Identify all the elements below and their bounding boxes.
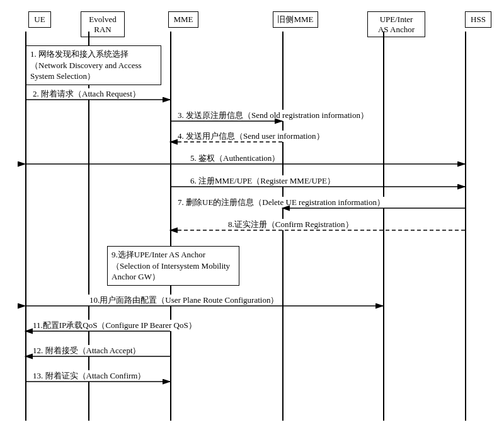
sequence-diagram: UE Evolved RAN MME 旧侧MME UPE/Inter AS An…	[0, 0, 504, 427]
lifeline-mme	[170, 32, 171, 421]
step-12-label: 12. 附着接受（Attach Accept）	[32, 345, 142, 356]
lifeline-hss	[465, 32, 466, 421]
step-4-label: 4. 发送用户信息（Send user information）	[176, 131, 326, 142]
lifeline-ue	[25, 32, 26, 421]
actor-row: UE Evolved RAN MME 旧侧MME UPE/Inter AS An…	[13, 6, 491, 38]
step-5-label: 5. 鉴权（Authentication）	[189, 153, 281, 164]
step-3-label: 3. 发送原注册信息（Send old registration informa…	[176, 110, 370, 121]
lifeline-upe	[383, 32, 384, 421]
step-11-label: 11.配置IP承载QoS（Configure IP Bearer QoS）	[32, 320, 198, 331]
step-2-label: 2. 附着请求（Attach Request）	[32, 88, 142, 100]
step-6-label: 6. 注册MME/UPE（Register MME/UPE）	[189, 175, 336, 187]
actor-upe: UPE/Inter AS Anchor	[367, 11, 425, 37]
step-13-label: 13. 附着证实（Attach Confirm）	[32, 370, 147, 382]
actor-ue: UE	[28, 11, 51, 28]
step-9-box: 9.选择UPE/Inter AS Anchor （Selection of In…	[107, 246, 239, 286]
step-10-label: 10.用户面路由配置（User Plane Route Configuratio…	[88, 295, 280, 306]
step-8-label: 8.证实注册（Confirm Registration）	[227, 219, 355, 230]
actor-mme: MME	[168, 11, 198, 28]
actor-hss: HSS	[465, 11, 491, 28]
actor-oldmme: 旧侧MME	[273, 11, 318, 28]
step-1-box: 1. 网络发现和接入系统选择 （Network Discovery and Ac…	[26, 45, 161, 85]
step-7-label: 7. 删除UE的注册信息（Delete UE registration info…	[176, 197, 386, 208]
actor-eran: Evolved RAN	[81, 11, 125, 37]
